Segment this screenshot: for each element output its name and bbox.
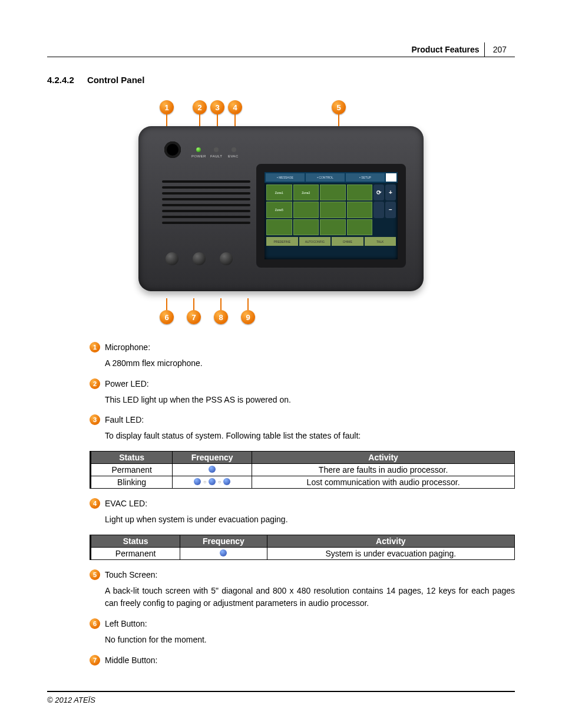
item-title: EVAC LED: — [105, 499, 147, 508]
callout-6: 6 — [160, 310, 174, 324]
zone-cell — [347, 185, 373, 200]
cell-status: Permanent — [91, 464, 173, 476]
col-activity: Activity — [267, 535, 514, 547]
item-description: This LED light up when the PSS AS is pow… — [105, 394, 515, 407]
device-body: POWER FAULT EVAC • MESSAGE • CONTROL — [138, 126, 424, 291]
screen-tab: • CONTROL — [306, 173, 345, 182]
item-title: Microphone: — [105, 342, 150, 352]
zone-cell: Zone5 — [266, 202, 292, 218]
cell-frequency — [180, 547, 267, 559]
zone-cell — [266, 219, 292, 235]
touch-screen: • MESSAGE • CONTROL • SETUP Zone1 Zone2 … — [256, 164, 406, 268]
fault-led-label: FAULT — [210, 154, 222, 158]
cell-status: Blinking — [91, 476, 173, 489]
cell-activity: There are faults in audio processor. — [252, 464, 515, 476]
led-dot-icon — [220, 549, 227, 556]
item-number-badge: 6 — [90, 618, 100, 629]
callout-5: 5 — [332, 100, 346, 114]
zone-cell: Zone2 — [293, 185, 319, 200]
screen-bottom-tab: CHIME — [332, 237, 363, 246]
section-title: Control Panel — [87, 75, 145, 85]
table-row: Blinking○○Lost communication with audio … — [91, 476, 515, 489]
cell-frequency — [173, 464, 252, 476]
section-heading: 4.2.4.2 Control Panel — [47, 75, 515, 85]
left-button — [166, 252, 178, 265]
zone-cell — [320, 185, 346, 200]
col-frequency: Frequency — [180, 535, 267, 547]
col-status: Status — [91, 535, 180, 547]
header-title: Product Features — [407, 42, 485, 57]
plus-icon: + — [385, 185, 396, 200]
zone-cell — [320, 219, 346, 235]
zone-cell — [293, 202, 319, 218]
feature-item: 7Middle Button: — [90, 655, 515, 666]
item-title: Middle Button: — [105, 655, 158, 665]
speaker-grille — [162, 180, 250, 228]
table-row: PermanentSystem is under evacuation pagi… — [91, 547, 515, 559]
item-description: A 280mm flex microphone. — [105, 357, 515, 370]
fault-led-icon — [214, 147, 219, 152]
refresh-icon: ⟳ — [373, 185, 384, 200]
led-dot-icon — [209, 466, 216, 473]
middle-button — [193, 252, 206, 265]
col-frequency: Frequency — [173, 452, 252, 464]
callout-3: 3 — [210, 100, 224, 114]
zone-cell — [347, 219, 373, 235]
item-number-badge: 2 — [90, 378, 100, 389]
right-button — [220, 252, 233, 265]
col-status: Status — [91, 452, 173, 464]
zone-cell — [347, 202, 373, 218]
col-activity: Activity — [252, 452, 515, 464]
feature-item: 5Touch Screen:A back-lit touch screen wi… — [90, 569, 515, 610]
item-title: Power LED: — [105, 379, 149, 388]
screen-tab: • SETUP — [346, 173, 385, 182]
item-description: Light up when system is under evacuation… — [105, 513, 515, 526]
status-table: StatusFrequencyActivityPermanentSystem i… — [90, 535, 515, 560]
cell-activity: Lost communication with audio processor. — [252, 476, 515, 489]
evac-led-icon — [232, 147, 236, 152]
feature-item: 3Fault LED:To display fault status of sy… — [90, 414, 515, 443]
feature-item: 1Microphone:A 280mm flex microphone. — [90, 342, 515, 370]
page-number: 207 — [485, 42, 515, 57]
screen-bottom-tab: TALK — [365, 237, 396, 246]
callout-7: 7 — [187, 310, 201, 324]
section-number: 4.2.4.2 — [47, 75, 74, 85]
cell-status: Permanent — [91, 547, 180, 559]
control-panel-figure: 1 2 3 4 5 POWER FAULT EVAC — [128, 100, 434, 324]
item-number-badge: 4 — [90, 498, 100, 509]
footer-copyright: © 2012 ATEÏS — [47, 691, 515, 704]
minus-icon: − — [385, 202, 396, 218]
zone-cell — [293, 219, 319, 235]
item-number-badge: 7 — [90, 655, 100, 666]
callout-8: 8 — [214, 310, 228, 324]
screen-bottom-tab: PREDEFINE — [266, 237, 298, 246]
feature-item: 4EVAC LED:Light up when system is under … — [90, 498, 515, 526]
table-row: PermanentThere are faults in audio proce… — [91, 464, 515, 476]
evac-led-label: EVAC — [228, 154, 239, 158]
microphone-port — [164, 141, 181, 158]
feature-item: 2Power LED:This LED light up when the PS… — [90, 378, 515, 407]
item-description: To display fault status of system. Follo… — [105, 430, 515, 443]
item-title: Touch Screen: — [105, 570, 158, 579]
screen-bottom-tab: AUTOCONFIG — [299, 237, 331, 246]
item-title: Fault LED: — [105, 415, 144, 424]
zone-cell: Zone1 — [266, 185, 292, 200]
cell-frequency: ○○ — [173, 476, 252, 489]
item-description: No function for the moment. — [105, 634, 515, 647]
screen-tab: • MESSAGE — [266, 173, 305, 182]
feature-item: 6Left Button:No function for the moment. — [90, 618, 515, 647]
cell-activity: System is under evacuation paging. — [267, 547, 514, 559]
callout-2: 2 — [193, 100, 207, 114]
callout-9: 9 — [241, 310, 255, 324]
status-table: StatusFrequencyActivityPermanentThere ar… — [90, 451, 515, 489]
item-number-badge: 3 — [90, 414, 100, 425]
callout-4: 4 — [228, 100, 242, 114]
led-dot-icon — [223, 478, 230, 485]
item-number-badge: 5 — [90, 569, 100, 580]
zone-cell — [320, 202, 346, 218]
led-dot-icon — [194, 478, 201, 485]
power-led-label: POWER — [191, 154, 206, 158]
item-number-badge: 1 — [90, 342, 100, 353]
power-led-icon — [196, 147, 201, 152]
item-description: A back-lit touch screen with 5" diagonal… — [105, 585, 515, 610]
